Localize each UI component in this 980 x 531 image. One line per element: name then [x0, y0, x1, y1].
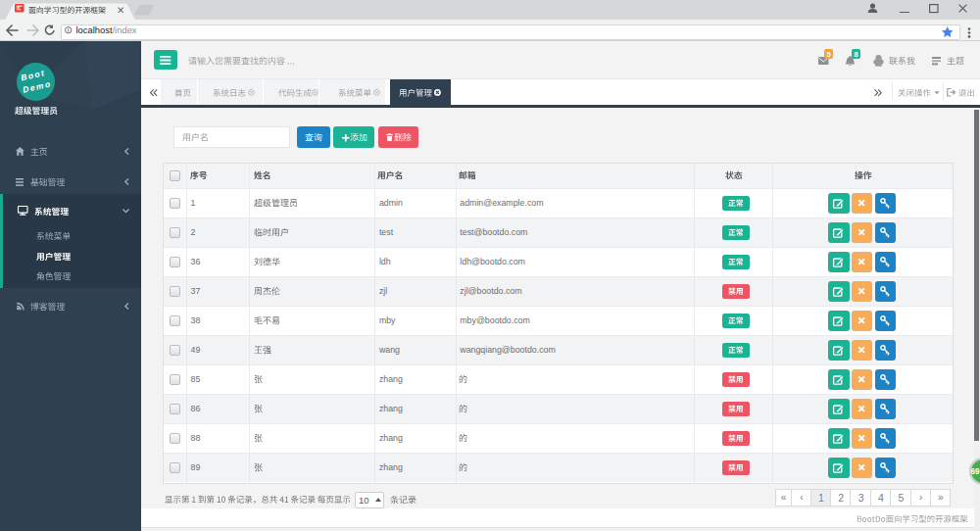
svg-text:69: 69 — [971, 466, 980, 475]
